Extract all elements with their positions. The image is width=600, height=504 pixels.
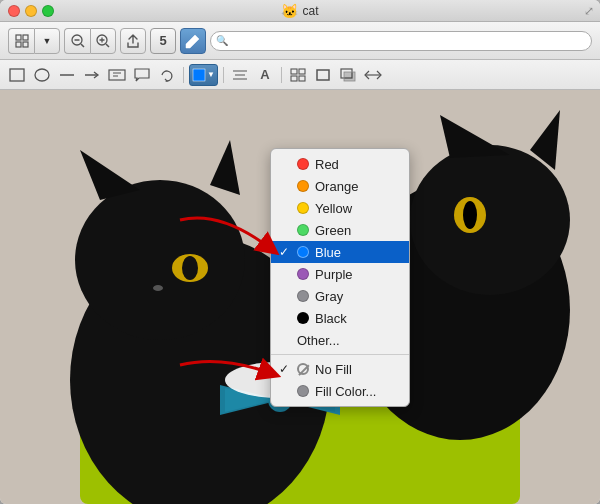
menu-item-black[interactable]: Black: [271, 307, 409, 329]
flip-tool[interactable]: [362, 64, 384, 86]
view-button-group: ▼: [8, 28, 60, 54]
fill-icon: [192, 68, 206, 82]
menu-item-no-fill[interactable]: ✓ No Fill: [271, 358, 409, 380]
zoom-in-icon: [95, 33, 111, 49]
svg-line-10: [106, 44, 109, 47]
menu-item-green[interactable]: Green: [271, 219, 409, 241]
rectangle-icon: [9, 68, 25, 82]
arrow2: [160, 335, 290, 395]
menu-item-fill-color[interactable]: Fill Color...: [271, 380, 409, 402]
toolbar2: ▼ A: [0, 60, 600, 90]
dropdown-menu: Red Orange Yellow Green ✓ Blue: [270, 148, 410, 407]
line-icon: [59, 68, 75, 82]
zoom-out-icon: [70, 33, 86, 49]
svg-point-43: [463, 201, 477, 229]
zoom-out-button[interactable]: [64, 28, 90, 54]
svg-rect-16: [109, 70, 125, 80]
text-box-tool[interactable]: [106, 64, 128, 86]
svg-rect-27: [317, 70, 329, 80]
orange-label: Orange: [315, 179, 358, 194]
menu-item-red[interactable]: Red: [271, 153, 409, 175]
menu-item-other[interactable]: Other...: [271, 329, 409, 351]
green-label: Green: [315, 223, 351, 238]
svg-rect-19: [193, 69, 205, 81]
search-input[interactable]: [210, 31, 592, 51]
menu-item-orange[interactable]: Orange: [271, 175, 409, 197]
titlebar: 🐱 cat ⤢: [0, 0, 600, 22]
separator2: [223, 67, 224, 83]
speech-bubble-tool[interactable]: [131, 64, 153, 86]
zoom-in-button[interactable]: [90, 28, 116, 54]
menu-item-yellow[interactable]: Yellow: [271, 197, 409, 219]
menu-item-blue[interactable]: ✓ Blue: [271, 241, 409, 263]
svg-rect-24: [299, 69, 305, 74]
svg-rect-25: [291, 76, 297, 81]
align-tool[interactable]: [229, 64, 251, 86]
align-icon: [232, 68, 248, 82]
window-title: 🐱 cat: [281, 3, 318, 19]
line-tool[interactable]: [56, 64, 78, 86]
gray-dot: [297, 290, 309, 302]
ellipse-icon: [34, 68, 50, 82]
svg-rect-26: [299, 76, 305, 81]
svg-point-39: [153, 285, 163, 291]
no-fill-icon: [297, 363, 309, 375]
traffic-lights: [8, 5, 54, 17]
red-dot: [297, 158, 309, 170]
layout-icon: [290, 68, 306, 82]
minimize-button[interactable]: [25, 5, 37, 17]
speech-bubble-icon: [134, 68, 150, 82]
maximize-button[interactable]: [42, 5, 54, 17]
border-icon: [315, 68, 331, 82]
ellipse-tool[interactable]: [31, 64, 53, 86]
close-button[interactable]: [8, 5, 20, 17]
black-dot: [297, 312, 309, 324]
content-area: Red Orange Yellow Green ✓ Blue: [0, 90, 600, 504]
loop-icon: [159, 68, 175, 82]
orange-dot: [297, 180, 309, 192]
green-dot: [297, 224, 309, 236]
fill-color-label: Fill Color...: [315, 384, 376, 399]
fill-color-button[interactable]: ▼: [189, 64, 218, 86]
fill-dropdown-arrow: ▼: [207, 70, 215, 79]
main-window: 🐱 cat ⤢ ▼: [0, 0, 600, 504]
number-button[interactable]: 5: [150, 28, 176, 54]
separator3: [281, 67, 282, 83]
font-tool[interactable]: A: [254, 64, 276, 86]
share-icon: [125, 33, 141, 49]
svg-point-13: [35, 69, 49, 81]
svg-rect-29: [344, 72, 355, 81]
grid-icon: [15, 34, 29, 48]
arrow-icon: [84, 68, 100, 82]
svg-rect-23: [291, 69, 297, 74]
yellow-dot: [297, 202, 309, 214]
annotate-button[interactable]: [180, 28, 206, 54]
svg-rect-2: [16, 42, 21, 47]
separator1: [183, 67, 184, 83]
other-label: Other...: [297, 333, 340, 348]
title-icon: 🐱: [281, 3, 298, 19]
title-label: cat: [302, 4, 318, 18]
arrow1: [160, 200, 290, 280]
layout-tool[interactable]: [287, 64, 309, 86]
gray-label: Gray: [315, 289, 343, 304]
loop-tool[interactable]: [156, 64, 178, 86]
view-dropdown-button[interactable]: ▼: [34, 28, 60, 54]
menu-divider: [271, 354, 409, 355]
shadow-tool[interactable]: [337, 64, 359, 86]
grid-view-button[interactable]: [8, 28, 34, 54]
arrow-tool[interactable]: [81, 64, 103, 86]
toolbar1: ▼: [0, 22, 600, 60]
svg-rect-1: [23, 35, 28, 40]
share-button[interactable]: [120, 28, 146, 54]
svg-rect-12: [10, 69, 24, 81]
search-icon: 🔍: [216, 35, 228, 46]
rectangle-tool[interactable]: [6, 64, 28, 86]
yellow-label: Yellow: [315, 201, 352, 216]
menu-item-purple[interactable]: Purple: [271, 263, 409, 285]
blue-dot: [297, 246, 309, 258]
border-tool[interactable]: [312, 64, 334, 86]
svg-rect-3: [23, 42, 28, 47]
menu-item-gray[interactable]: Gray: [271, 285, 409, 307]
no-fill-label: No Fill: [315, 362, 352, 377]
